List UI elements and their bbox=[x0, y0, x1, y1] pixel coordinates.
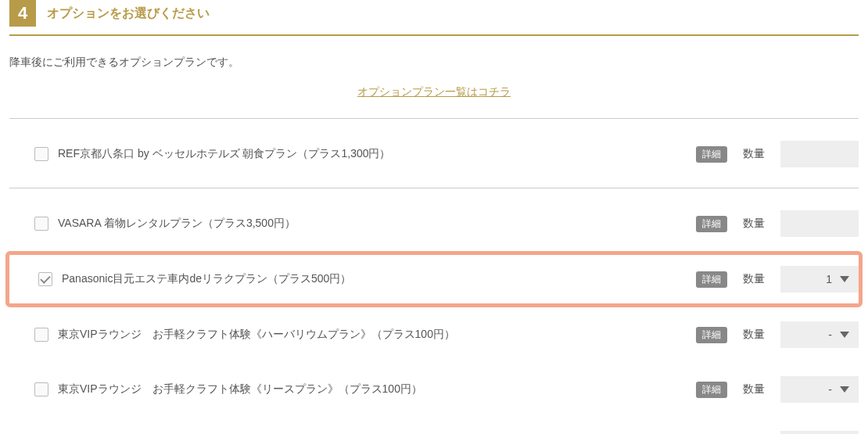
option-checkbox[interactable] bbox=[34, 217, 48, 231]
quantity-label: 数量 bbox=[743, 272, 766, 286]
quantity-label: 数量 bbox=[743, 147, 766, 161]
chevron-down-icon bbox=[840, 276, 849, 282]
option-list-link[interactable]: オプションプラン一覧はコチラ bbox=[357, 85, 511, 98]
option-row: 東京VIPラウンジ お手軽クラフト体験《リースプラン》（プラス100円）詳細数量… bbox=[9, 362, 859, 417]
quantity-select[interactable]: - bbox=[780, 321, 859, 348]
quantity-label: 数量 bbox=[743, 328, 766, 342]
option-checkbox[interactable] bbox=[34, 147, 48, 161]
step-number-badge: 4 bbox=[9, 0, 36, 27]
option-row: VASARA 着物レンタルプラン（プラス3,500円）詳細数量 bbox=[9, 188, 859, 251]
detail-button[interactable]: 詳細 bbox=[696, 146, 727, 163]
detail-button[interactable]: 詳細 bbox=[696, 271, 727, 288]
option-checkbox[interactable] bbox=[34, 328, 48, 342]
option-label: 東京VIPラウンジ お手軽クラフト体験《ハーバリウムプラン》（プラス100円） bbox=[58, 328, 696, 342]
section-title: オプションをお選びください bbox=[47, 5, 210, 22]
section-header: 4 オプションをお選びください bbox=[9, 0, 859, 36]
quantity-select[interactable]: 1 bbox=[780, 266, 859, 292]
quantity-label: 数量 bbox=[743, 217, 766, 231]
option-row: REF京都八条口 by ベッセルホテルズ 朝食プラン（プラス1,300円）詳細数… bbox=[9, 119, 859, 181]
option-label: VASARA 着物レンタルプラン（プラス3,500円） bbox=[58, 217, 696, 231]
quantity-select bbox=[780, 210, 859, 237]
chevron-down-icon bbox=[840, 386, 849, 393]
options-list: REF京都八条口 by ベッセルホテルズ 朝食プラン（プラス1,300円）詳細数… bbox=[0, 119, 868, 434]
quantity-select bbox=[780, 141, 859, 167]
detail-button[interactable]: 詳細 bbox=[696, 382, 727, 398]
option-label: Panasonic目元エステ車内deリラクプラン（プラス500円） bbox=[62, 272, 696, 286]
option-checkbox[interactable] bbox=[34, 382, 48, 396]
option-checkbox[interactable] bbox=[38, 272, 52, 286]
section-description: 降車後にご利用できるオプションプランです。 bbox=[0, 36, 868, 77]
option-row: 東京VIPラウンジ お手軽クラフト体験《アロマサシェプラン》（プラス100円）詳… bbox=[9, 417, 859, 434]
quantity-value: 1 bbox=[826, 273, 832, 285]
detail-button[interactable]: 詳細 bbox=[696, 327, 727, 343]
option-row: 東京VIPラウンジ お手軽クラフト体験《ハーバリウムプラン》（プラス100円）詳… bbox=[9, 307, 859, 362]
option-label: REF京都八条口 by ベッセルホテルズ 朝食プラン（プラス1,300円） bbox=[58, 147, 696, 161]
option-label: 東京VIPラウンジ お手軽クラフト体験《リースプラン》（プラス100円） bbox=[58, 382, 696, 396]
quantity-value: - bbox=[828, 328, 832, 341]
chevron-down-icon bbox=[840, 332, 849, 338]
quantity-select[interactable]: - bbox=[780, 431, 859, 434]
option-row: Panasonic目元エステ車内deリラクプラン（プラス500円）詳細数量1 bbox=[5, 251, 863, 307]
detail-button[interactable]: 詳細 bbox=[696, 216, 727, 232]
quantity-label: 数量 bbox=[743, 382, 766, 396]
quantity-select[interactable]: - bbox=[780, 376, 859, 403]
quantity-value: - bbox=[828, 383, 832, 396]
